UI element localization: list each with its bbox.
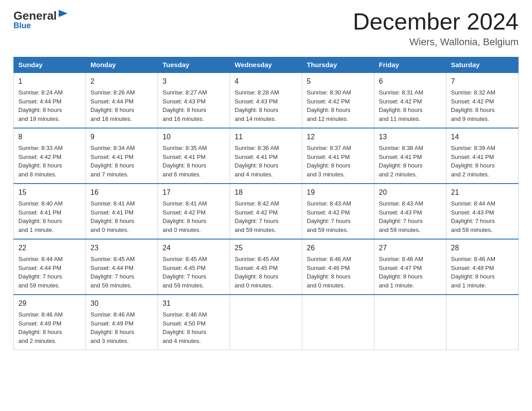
day-number: 18 (235, 187, 297, 198)
table-row: 5Sunrise: 8:30 AMSunset: 4:42 PMDaylight… (302, 73, 374, 128)
day-number: 30 (90, 298, 153, 309)
table-row: 23Sunrise: 8:45 AMSunset: 4:44 PMDayligh… (86, 239, 158, 295)
day-info-line: and 59 minutes. (18, 281, 81, 290)
day-info-line: and 3 minutes. (307, 170, 369, 179)
day-info-line: Sunrise: 8:44 AM (451, 199, 514, 208)
calendar-week-row: 15Sunrise: 8:40 AMSunset: 4:41 PMDayligh… (14, 184, 519, 239)
table-row: 10Sunrise: 8:35 AMSunset: 4:41 PMDayligh… (158, 128, 230, 184)
day-info-line: Daylight: 8 hours (451, 161, 514, 170)
day-info-line: and 14 minutes. (235, 115, 297, 124)
day-info-line: and 18 minutes. (90, 115, 153, 124)
day-info-line: Daylight: 7 hours (235, 217, 297, 226)
day-number: 11 (235, 132, 297, 142)
day-info-line: Sunset: 4:46 PM (307, 264, 369, 273)
day-info-line: Sunrise: 8:46 AM (379, 255, 442, 264)
day-info-line: Sunrise: 8:46 AM (90, 310, 153, 319)
table-row: 31Sunrise: 8:46 AMSunset: 4:50 PMDayligh… (158, 295, 230, 350)
table-row (230, 295, 302, 350)
day-info-line: and 0 minutes. (235, 281, 297, 290)
table-row: 4Sunrise: 8:28 AMSunset: 4:43 PMDaylight… (230, 73, 302, 128)
day-number: 23 (90, 243, 153, 253)
day-info-line: and 19 minutes. (18, 115, 81, 124)
day-info-line: Sunrise: 8:31 AM (379, 88, 442, 97)
day-number: 29 (18, 298, 81, 309)
day-info-line: Sunset: 4:47 PM (379, 264, 442, 273)
day-info-line: Sunrise: 8:30 AM (307, 88, 369, 97)
day-info-line: Sunrise: 8:46 AM (307, 255, 369, 264)
table-row (302, 295, 374, 350)
day-info-line: Sunrise: 8:46 AM (18, 310, 81, 319)
day-number: 19 (307, 187, 369, 198)
day-info-line: Sunrise: 8:46 AM (451, 255, 514, 264)
day-number: 8 (18, 132, 81, 142)
day-info-line: Sunset: 4:43 PM (163, 97, 225, 106)
calendar-header-row: Sunday Monday Tuesday Wednesday Thursday… (14, 57, 519, 73)
svg-marker-0 (59, 10, 68, 17)
table-row: 25Sunrise: 8:45 AMSunset: 4:45 PMDayligh… (230, 239, 302, 295)
day-info-line: and 1 minute. (18, 226, 81, 235)
day-info-line: Sunset: 4:42 PM (307, 97, 369, 106)
table-row: 20Sunrise: 8:43 AMSunset: 4:43 PMDayligh… (374, 184, 446, 239)
day-info-line: Sunset: 4:48 PM (451, 264, 514, 273)
day-info-line: Daylight: 8 hours (18, 217, 81, 226)
day-info-line: Daylight: 8 hours (307, 161, 369, 170)
day-number: 1 (18, 76, 81, 87)
day-info-line: Daylight: 8 hours (163, 106, 225, 115)
day-info-line: Daylight: 7 hours (90, 272, 153, 281)
day-info-line: and 9 minutes. (451, 115, 514, 124)
day-info-line: and 59 minutes. (307, 226, 369, 235)
day-info-line: Sunset: 4:50 PM (163, 319, 225, 328)
day-info-line: Sunset: 4:41 PM (163, 153, 225, 162)
day-info-line: and 0 minutes. (307, 281, 369, 290)
day-info-line: and 2 minutes. (18, 337, 81, 346)
day-info-line: and 6 minutes. (163, 170, 225, 179)
table-row: 29Sunrise: 8:46 AMSunset: 4:49 PMDayligh… (14, 295, 86, 350)
day-info-line: and 2 minutes. (379, 170, 442, 179)
day-info-line: Sunrise: 8:41 AM (163, 199, 225, 208)
day-info-line: Sunset: 4:42 PM (379, 97, 442, 106)
day-info-line: and 7 minutes. (90, 170, 153, 179)
calendar-week-row: 22Sunrise: 8:44 AMSunset: 4:44 PMDayligh… (14, 239, 519, 295)
day-info-line: Sunrise: 8:26 AM (90, 88, 153, 97)
table-row: 14Sunrise: 8:39 AMSunset: 4:41 PMDayligh… (446, 128, 519, 184)
day-number: 6 (379, 76, 442, 87)
day-info-line: and 59 minutes. (90, 281, 153, 290)
day-info-line: Daylight: 7 hours (379, 217, 442, 226)
day-info-line: Sunset: 4:41 PM (235, 153, 297, 162)
day-info-line: Sunset: 4:43 PM (451, 208, 514, 217)
table-row: 17Sunrise: 8:41 AMSunset: 4:42 PMDayligh… (158, 184, 230, 239)
table-row: 21Sunrise: 8:44 AMSunset: 4:43 PMDayligh… (446, 184, 519, 239)
day-number: 9 (90, 132, 153, 142)
table-row: 30Sunrise: 8:46 AMSunset: 4:49 PMDayligh… (86, 295, 158, 350)
day-info-line: and 59 minutes. (379, 226, 442, 235)
table-row: 6Sunrise: 8:31 AMSunset: 4:42 PMDaylight… (374, 73, 446, 128)
table-row: 1Sunrise: 8:24 AMSunset: 4:44 PMDaylight… (14, 73, 86, 128)
day-info-line: Daylight: 8 hours (235, 161, 297, 170)
day-info-line: Daylight: 8 hours (90, 161, 153, 170)
day-info-line: and 1 minute. (379, 281, 442, 290)
col-friday: Friday (374, 57, 446, 73)
day-info-line: and 12 minutes. (307, 115, 369, 124)
calendar-week-row: 8Sunrise: 8:33 AMSunset: 4:42 PMDaylight… (14, 128, 519, 184)
table-row (446, 295, 519, 350)
day-info-line: Sunrise: 8:34 AM (90, 144, 153, 153)
day-info-line: Sunset: 4:42 PM (307, 208, 369, 217)
table-row: 19Sunrise: 8:43 AMSunset: 4:42 PMDayligh… (302, 184, 374, 239)
logo: General Blue (13, 9, 69, 30)
day-number: 15 (18, 187, 81, 198)
table-row: 27Sunrise: 8:46 AMSunset: 4:47 PMDayligh… (374, 239, 446, 295)
day-number: 2 (90, 76, 153, 87)
day-number: 5 (307, 76, 369, 87)
day-info-line: Sunrise: 8:43 AM (307, 199, 369, 208)
day-info-line: and 2 minutes. (451, 170, 514, 179)
day-number: 10 (163, 132, 225, 142)
col-saturday: Saturday (446, 57, 519, 73)
col-tuesday: Tuesday (158, 57, 230, 73)
day-info-line: Sunrise: 8:45 AM (235, 255, 297, 264)
col-thursday: Thursday (302, 57, 374, 73)
calendar-table: Sunday Monday Tuesday Wednesday Thursday… (13, 57, 519, 350)
day-info-line: Daylight: 8 hours (379, 161, 442, 170)
title-block: December 2024 Wiers, Wallonia, Belgium (353, 9, 519, 48)
location-title: Wiers, Wallonia, Belgium (353, 36, 519, 48)
table-row: 24Sunrise: 8:45 AMSunset: 4:45 PMDayligh… (158, 239, 230, 295)
